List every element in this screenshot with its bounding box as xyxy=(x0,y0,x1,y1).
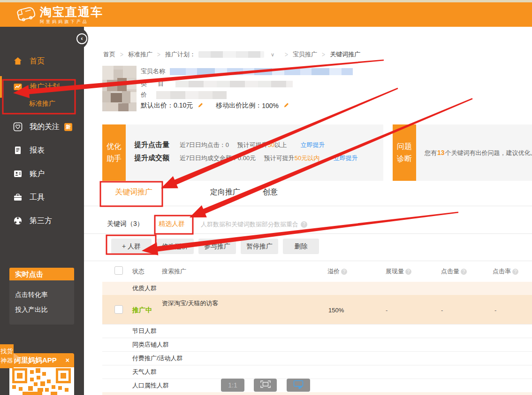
redacted-campaign-name xyxy=(198,51,264,58)
app-header: 淘宝直通车 阿里妈妈旗下产品 xyxy=(0,2,532,27)
product-thumbnail xyxy=(102,66,137,111)
screenshot-ratio-button[interactable]: 1:1 xyxy=(221,379,244,392)
forecast-value: 50元以内 xyxy=(295,155,319,162)
pause-promo-button[interactable]: 暂停推广 xyxy=(241,239,278,254)
help-icon[interactable]: ? xyxy=(461,269,467,275)
audience-group-row[interactable]: 人口属性人群 xyxy=(102,379,532,392)
audience-group-row[interactable]: 同类店铺人群 xyxy=(102,338,532,351)
subtab-note: 人群数据和关键词数据部分数据重合 ? xyxy=(201,220,307,229)
close-icon[interactable]: × xyxy=(66,353,69,367)
problem-diagnosis-box: 问题 诊断 您有13个关键词有出价问题，建议优化。立即 xyxy=(393,124,532,181)
qr-code xyxy=(9,367,74,395)
realtime-item-conversion[interactable]: 点击转化率 xyxy=(15,287,68,302)
chevron-left-icon: ‹ xyxy=(76,33,87,44)
product-price-row: 价 xyxy=(141,91,227,99)
default-bid-label: 默认出价： xyxy=(141,101,174,110)
column-header-search-promo: 搜索推广 xyxy=(162,267,186,276)
audience-group-label: 天气人群 xyxy=(132,368,157,376)
fullscreen-icon xyxy=(260,380,271,390)
column-header-impressions: 展现量? xyxy=(386,267,411,276)
boost-now-link[interactable]: 立即提升 xyxy=(334,155,358,162)
sidebar-item-label: 推广计划 xyxy=(30,82,60,92)
breadcrumb-standard-promo[interactable]: 标准推广 xyxy=(128,50,152,59)
optimizer-row-clicks: 提升点击量 近7日日均点击：0 预计可提升50以上 立即提升 xyxy=(134,140,325,149)
bid-settings-row: 默认出价： 0.10元 移动出价比例： 100% xyxy=(141,101,302,110)
help-icon[interactable]: ? xyxy=(512,269,518,275)
product-category-row: 类 目 xyxy=(141,80,293,88)
breadcrumb-campaign-label: 推广计划： xyxy=(165,50,196,59)
sidebar-item-campaigns[interactable]: 推广计划 xyxy=(0,79,84,94)
subtab-keywords[interactable]: 关键词（3） xyxy=(107,220,144,228)
sidebar-collapse-button[interactable]: ‹ xyxy=(75,28,88,49)
campaign-icon xyxy=(13,82,23,92)
join-promo-button[interactable]: 参与推广 xyxy=(198,239,236,254)
sidebar-item-standard-promo[interactable]: 标准推广 xyxy=(29,100,55,108)
tab-targeted-promo[interactable]: 定向推广 xyxy=(210,187,240,197)
app-logo[interactable]: 淘宝直通车 阿里妈妈旗下产品 xyxy=(16,5,103,25)
app-title: 淘宝直通车 xyxy=(40,6,103,18)
fullscreen-button[interactable] xyxy=(254,379,277,392)
edit-premium-button[interactable]: 修改溢价 xyxy=(156,239,194,254)
subtab-audiences[interactable]: 精选人群 xyxy=(159,220,185,228)
optimizer-row-stat: 近7日日均成交金额：0.00元 xyxy=(180,155,256,162)
breadcrumb-separator: > xyxy=(322,51,325,59)
row-checkbox[interactable] xyxy=(114,305,123,314)
snip-icon xyxy=(293,380,304,391)
edit-pencil-icon[interactable] xyxy=(283,102,289,109)
add-audience-button[interactable]: + 人群 xyxy=(111,239,152,254)
audience-group-row[interactable]: 优质人群 xyxy=(102,282,532,295)
help-icon[interactable]: ? xyxy=(341,269,347,275)
sidebar-item-account[interactable]: 账户 xyxy=(0,166,84,181)
tab-creative[interactable]: 创意 xyxy=(263,187,278,197)
breadcrumb-separator: > xyxy=(285,51,288,59)
audience-group-label: 节日人群 xyxy=(132,327,157,335)
audience-group-row[interactable]: 付费推广/活动人群 xyxy=(102,351,532,365)
tab-keyword-promo[interactable]: 关键词推广 xyxy=(115,187,152,197)
delete-button[interactable]: 删除 xyxy=(283,239,319,254)
sidebar-item-label: 报表 xyxy=(30,146,45,155)
redacted-product-name xyxy=(170,68,353,75)
realtime-item-roi[interactable]: 投入产出比 xyxy=(15,302,68,317)
app-promo-title: 阿里妈妈APP xyxy=(14,353,57,367)
audience-group-label: 优质人群 xyxy=(132,284,157,293)
audience-group-row[interactable]: 天气人群 xyxy=(102,365,532,379)
thirdparty-icon xyxy=(13,216,23,225)
sidebar-item-tools[interactable]: 工具 xyxy=(0,190,84,205)
sidebar: ‹ 首页 推广计划 标准推广 我的关注 新 报表 xyxy=(0,27,84,395)
select-all-checkbox[interactable] xyxy=(114,266,123,275)
boost-now-link[interactable]: 立即提升 xyxy=(301,141,325,148)
chevron-down-icon[interactable]: ∨ xyxy=(271,52,274,58)
account-icon xyxy=(13,169,23,178)
breadcrumb-separator: > xyxy=(157,51,160,59)
realtime-panel-title: 实时点击 xyxy=(9,268,74,280)
sidebar-item-thirdparty[interactable]: 第三方 xyxy=(0,213,84,228)
toolbar-divider xyxy=(84,261,532,261)
snip-capture-button[interactable] xyxy=(287,379,310,392)
audience-group-label: 付费推广/活动人群 xyxy=(132,354,183,363)
help-icon[interactable]: ? xyxy=(301,221,307,228)
clicks-value: - xyxy=(441,307,443,314)
floating-tab-goods-finder[interactable]: 找货 神器 xyxy=(0,344,14,368)
breadcrumb-separator: > xyxy=(120,51,123,59)
sidebar-item-reports[interactable]: 报表 xyxy=(0,143,84,158)
ctr-value: - xyxy=(494,307,496,314)
audience-table: 优质人群推广中资深淘宝/天猫的访客150%---节日人群同类店铺人群付费推广/活… xyxy=(102,282,532,392)
sidebar-item-favorites[interactable]: 我的关注 新 xyxy=(0,119,84,134)
breadcrumb-item-promo[interactable]: 宝贝推广 xyxy=(293,50,317,59)
edit-pencil-icon[interactable] xyxy=(198,102,204,109)
subtabs-divider xyxy=(84,233,532,234)
status-label: 推广中 xyxy=(132,306,152,315)
problem-diagnosis-label: 问题 诊断 xyxy=(393,124,416,181)
column-header-clicks: 点击量? xyxy=(441,267,467,276)
tabs-divider xyxy=(84,206,532,206)
page: 淘宝直通车 阿里妈妈旗下产品 ‹ 首页 推广计划 标准推广 xyxy=(0,0,532,395)
breadcrumb-home[interactable]: 首页 xyxy=(103,50,115,59)
audience-name[interactable]: 资深淘宝/天猫的访客 xyxy=(162,299,219,308)
help-icon[interactable]: ? xyxy=(405,269,411,275)
audience-group-row[interactable]: 节日人群 xyxy=(102,324,532,338)
sidebar-item-home[interactable]: 首页 xyxy=(0,54,84,69)
product-category-label: 类 目 xyxy=(141,80,169,88)
next-group-row-partial xyxy=(102,392,532,395)
column-header-ctr: 点击率? xyxy=(493,267,518,276)
arrow-right-icon xyxy=(14,353,19,360)
